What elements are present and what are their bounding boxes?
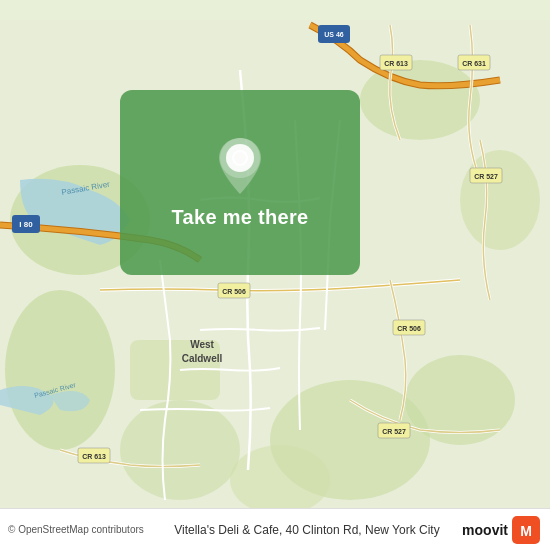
map-attribution: © OpenStreetMap contributors [8, 524, 144, 535]
map-container: I 80 US 46 CR 613 CR 631 CR 527 CR 506 C… [0, 0, 550, 550]
destination-label: Vitella's Deli & Cafe, 40 Clinton Rd, Ne… [152, 523, 462, 537]
svg-text:US 46: US 46 [324, 31, 344, 38]
svg-text:I 80: I 80 [19, 220, 33, 229]
svg-text:CR 527: CR 527 [382, 428, 406, 435]
moovit-icon: M [512, 516, 540, 544]
bottom-bar: © OpenStreetMap contributors Vitella's D… [0, 508, 550, 550]
svg-text:CR 613: CR 613 [82, 453, 106, 460]
svg-point-9 [230, 445, 330, 515]
svg-text:CR 506: CR 506 [397, 325, 421, 332]
svg-text:M: M [520, 523, 532, 539]
svg-point-5 [460, 150, 540, 250]
map-svg: I 80 US 46 CR 613 CR 631 CR 527 CR 506 C… [0, 0, 550, 550]
svg-point-2 [5, 290, 115, 450]
svg-text:CR 613: CR 613 [384, 60, 408, 67]
svg-text:Caldwell: Caldwell [182, 353, 223, 364]
svg-text:CR 527: CR 527 [474, 173, 498, 180]
moovit-wordmark: moovit [462, 522, 508, 538]
svg-text:CR 506: CR 506 [222, 288, 246, 295]
moovit-logo: moovit M [462, 516, 540, 544]
take-me-there-overlay[interactable]: Take me there [120, 90, 360, 275]
svg-text:West: West [190, 339, 214, 350]
location-pin-icon [214, 136, 266, 196]
take-me-there-button[interactable]: Take me there [172, 206, 309, 229]
svg-text:CR 631: CR 631 [462, 60, 486, 67]
svg-point-7 [120, 400, 240, 500]
svg-point-34 [233, 151, 247, 165]
